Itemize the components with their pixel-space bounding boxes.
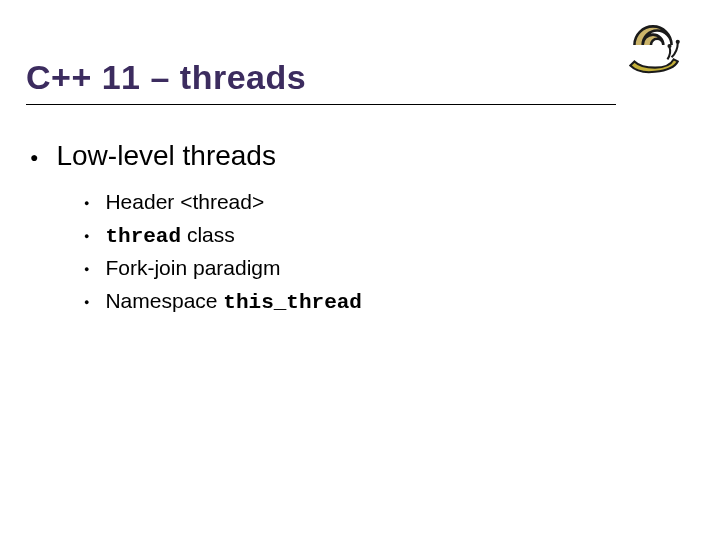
sub-item-text: Namespace this_thread [105,289,362,314]
list-item: ● Header <thread> [80,190,694,215]
svg-point-2 [667,44,671,48]
text-span: Namespace [105,289,223,312]
bullet-icon: ● [84,231,89,241]
sub-item-text: Header <thread> [105,190,264,215]
slide-body: ● Low-level threads ● Header <thread> ● … [26,140,694,322]
list-item: ● Fork-join paradigm [80,256,694,281]
list-item: ● Namespace this_thread [80,289,694,314]
text-span: Header <thread> [105,190,264,213]
text-span: Fork-join paradigm [105,256,280,279]
slide-title-wrap: C++ 11 – threads [26,58,610,97]
bullet-icon: ● [84,198,89,208]
list-item: ● Low-level threads [26,140,694,172]
list-item: ● thread class [80,223,694,248]
sub-list: ● Header <thread> ● thread class ● Fork-… [80,190,694,314]
bullet-icon: ● [84,264,89,274]
slide-title: C++ 11 – threads [26,58,610,97]
sub-item-text: Fork-join paradigm [105,256,280,281]
svg-point-1 [676,40,680,44]
heading-text: Low-level threads [56,140,275,172]
code-span: thread [105,225,181,248]
text-span: class [181,223,235,246]
snail-icon [620,14,686,80]
code-span: this_thread [223,291,362,314]
bullet-icon: ● [30,149,38,165]
sub-item-text: thread class [105,223,234,248]
bullet-icon: ● [84,297,89,307]
title-rule [26,104,616,105]
